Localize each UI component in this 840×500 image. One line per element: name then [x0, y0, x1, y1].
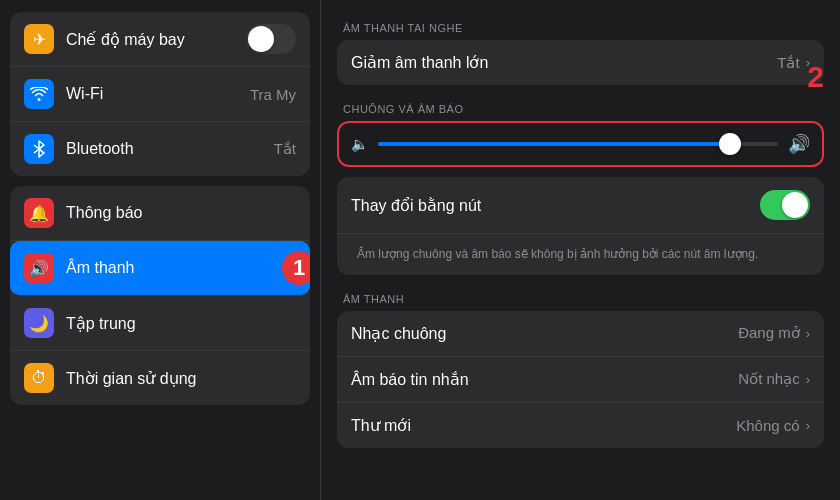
- airplane-icon: ✈: [24, 24, 54, 54]
- volume-slider-fill: [378, 142, 730, 146]
- new-mail-row[interactable]: Thư mới Không có ›: [337, 403, 824, 448]
- wifi-label: Wi-Fi: [66, 85, 250, 103]
- focus-label: Tập trung: [66, 314, 296, 333]
- ringtone-row[interactable]: Nhạc chuông Đang mở ›: [337, 311, 824, 357]
- bluetooth-icon: [24, 134, 54, 164]
- sound-label: Âm thanh: [66, 259, 296, 277]
- sound-icon: 🔊: [24, 253, 54, 283]
- wifi-icon: [24, 79, 54, 109]
- airplane-mode-row[interactable]: ✈ Chế độ máy bay: [10, 12, 310, 67]
- message-alert-label: Âm báo tin nhắn: [351, 370, 738, 389]
- reduce-loud-sounds-label: Giảm âm thanh lớn: [351, 53, 777, 72]
- reduce-loud-sounds-row[interactable]: Giảm âm thanh lớn Tắt ›: [337, 40, 824, 85]
- settings-group-connectivity: ✈ Chế độ máy bay Wi-Fi Tra My: [10, 12, 310, 176]
- volume-low-icon: 🔈: [351, 136, 368, 152]
- volume-slider-row: 🔈 🔊: [351, 133, 810, 155]
- reduce-loud-sounds-value: Tắt: [777, 54, 799, 72]
- ringtone-chevron: ›: [806, 326, 810, 341]
- airplane-label: Chế độ máy bay: [66, 30, 246, 49]
- step2-badge: 2: [807, 60, 824, 94]
- note-container: Âm lượng chuông và âm báo sẽ không bị ản…: [337, 234, 824, 275]
- bluetooth-value: Tắt: [274, 140, 296, 158]
- button-change-group: Thay đổi bằng nút Âm lượng chuông và âm …: [337, 177, 824, 275]
- step1-badge: 1: [282, 251, 310, 285]
- section2-label: CHUÔNG VÀ ÂM BÁO: [337, 103, 824, 115]
- message-alert-chevron: ›: [806, 372, 810, 387]
- right-panel: ÂM THANH TAI NGHE Giảm âm thanh lớn Tắt …: [321, 0, 840, 500]
- bluetooth-label: Bluetooth: [66, 140, 274, 158]
- screen-time-label: Thời gian sử dụng: [66, 369, 296, 388]
- new-mail-label: Thư mới: [351, 416, 736, 435]
- ringtone-label: Nhạc chuông: [351, 324, 738, 343]
- volume-slider-track[interactable]: [378, 142, 778, 146]
- focus-icon: 🌙: [24, 308, 54, 338]
- settings-group-preferences: 🔔 Thông báo 🔊 Âm thanh 1 🌙 Tập trung ⏱ T…: [10, 186, 310, 405]
- change-with-button-toggle[interactable]: [760, 190, 810, 220]
- volume-section: 🔈 🔊: [337, 121, 824, 167]
- focus-row[interactable]: 🌙 Tập trung: [10, 296, 310, 351]
- wifi-value: Tra My: [250, 86, 296, 103]
- notification-row[interactable]: 🔔 Thông báo: [10, 186, 310, 241]
- change-with-button-label: Thay đổi bằng nút: [351, 196, 760, 215]
- sound-row[interactable]: 🔊 Âm thanh 1: [10, 241, 310, 296]
- screen-time-icon: ⏱: [24, 363, 54, 393]
- new-mail-chevron: ›: [806, 418, 810, 433]
- section1-label: ÂM THANH TAI NGHE: [337, 22, 824, 34]
- airplane-toggle[interactable]: [246, 24, 296, 54]
- change-with-button-row[interactable]: Thay đổi bằng nút: [337, 177, 824, 234]
- volume-slider-thumb[interactable]: [719, 133, 741, 155]
- ringtone-value: Đang mở: [738, 324, 800, 342]
- bluetooth-row[interactable]: Bluetooth Tắt: [10, 122, 310, 176]
- section3-label: ÂM THANH: [337, 293, 824, 305]
- headphone-group: Giảm âm thanh lớn Tắt ›: [337, 40, 824, 85]
- note-text: Âm lượng chuông và âm báo sẽ không bị ản…: [351, 240, 810, 265]
- screen-time-row[interactable]: ⏱ Thời gian sử dụng: [10, 351, 310, 405]
- wifi-row[interactable]: Wi-Fi Tra My: [10, 67, 310, 122]
- new-mail-value: Không có: [736, 417, 799, 434]
- sound-settings-group: Nhạc chuông Đang mở › Âm báo tin nhắn Nố…: [337, 311, 824, 448]
- volume-high-icon: 🔊: [788, 133, 810, 155]
- notification-icon: 🔔: [24, 198, 54, 228]
- message-alert-row[interactable]: Âm báo tin nhắn Nốt nhạc ›: [337, 357, 824, 403]
- notification-label: Thông báo: [66, 204, 296, 222]
- left-panel: ✈ Chế độ máy bay Wi-Fi Tra My: [0, 0, 320, 500]
- message-alert-value: Nốt nhạc: [738, 370, 799, 388]
